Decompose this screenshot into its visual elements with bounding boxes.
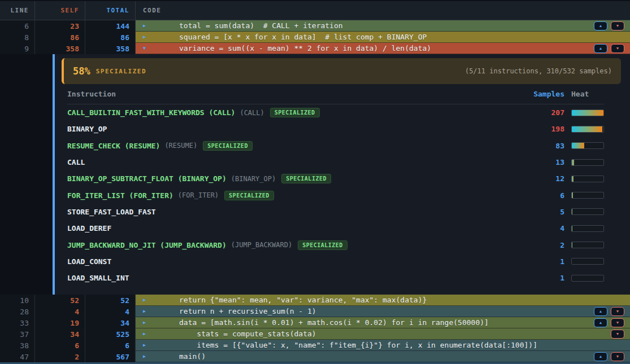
source-code: items = [{"value": x, "name": f"item_{i}… bbox=[179, 341, 537, 349]
heat-bar bbox=[571, 242, 604, 248]
up-arrow-icon: ▲ bbox=[599, 321, 603, 324]
jump-to-callee-button[interactable]: ▼ bbox=[611, 307, 624, 316]
jump-to-caller-button[interactable]: ▲ bbox=[594, 318, 607, 327]
specialized-badge: SPECIALIZED bbox=[298, 240, 347, 250]
jump-to-callee-button[interactable]: ▼ bbox=[611, 318, 624, 327]
self-samples: 4 bbox=[35, 306, 85, 317]
instruction-name-cell: LOAD_SMALL_INT bbox=[67, 274, 497, 282]
code-cell[interactable]: ▶ return n + recursive_sum(n - 1) ▲ ▼ bbox=[136, 306, 630, 317]
source-code: variance = sum((x - mean) ** 2 for x in … bbox=[179, 44, 431, 52]
expand-toggle-icon[interactable]: ▶ bbox=[143, 321, 149, 325]
up-arrow-icon: ▲ bbox=[599, 46, 603, 50]
col-header-instruction[interactable]: Instruction bbox=[67, 90, 497, 98]
jump-to-callee-button[interactable]: ▼ bbox=[611, 21, 624, 30]
instruction-name: JUMP_BACKWARD_NO_JIT (JUMP_BACKWARD) bbox=[67, 241, 227, 249]
heat-bar-fill bbox=[572, 126, 602, 132]
line-number: 37 bbox=[0, 328, 35, 340]
instruction-name-cell: FOR_ITER_LIST (FOR_ITER) (FOR_ITER) SPEC… bbox=[67, 191, 497, 200]
line-number: 47 bbox=[0, 351, 35, 362]
samples-value: 207 bbox=[497, 108, 564, 117]
jump-to-caller-button[interactable]: ▲ bbox=[594, 352, 607, 361]
instruction-name-cell: JUMP_BACKWARD_NO_JIT (JUMP_BACKWARD) (JU… bbox=[67, 240, 497, 250]
total-samples: 34 bbox=[85, 317, 136, 328]
top-code-rows: 6 23 144 ▶ total = sum(data) # CALL + it… bbox=[0, 20, 630, 54]
jump-to-callee-button[interactable]: ▼ bbox=[611, 352, 624, 361]
instruction-table-header: Instruction Samples Heat bbox=[67, 84, 604, 104]
heat-bar bbox=[571, 258, 604, 265]
code-cell[interactable]: ▶ items = [{"value": x, "name": f"item_{… bbox=[136, 340, 630, 351]
profile-row-line-5: 47 2 567 ▶ main() ▲ ▼ bbox=[0, 351, 630, 362]
col-header-line[interactable]: LINE bbox=[0, 1, 35, 20]
code-cell[interactable]: ▶ stats = compute_stats(data) ▼ bbox=[136, 328, 630, 340]
expand-toggle-icon[interactable]: ▶ bbox=[143, 24, 149, 28]
down-arrow-icon: ▼ bbox=[616, 24, 620, 28]
profile-row-line-3: 37 34 525 ▶ stats = compute_stats(data) … bbox=[0, 328, 630, 340]
expand-toggle-icon[interactable]: ▶ bbox=[143, 35, 149, 40]
line-number: 38 bbox=[0, 340, 35, 351]
total-samples: 567 bbox=[85, 351, 136, 362]
col-header-heat[interactable]: Heat bbox=[571, 90, 604, 98]
expand-toggle-icon[interactable]: ▶ bbox=[143, 354, 149, 359]
profile-row-line-1: 8 86 86 ▶ squared = [x * x for x in data… bbox=[0, 32, 630, 43]
expand-toggle-icon[interactable]: ▶ bbox=[143, 298, 149, 302]
source-code: stats = compute_stats(data) bbox=[179, 330, 316, 338]
down-arrow-icon: ▼ bbox=[616, 321, 620, 324]
col-header-total[interactable]: TOTAL bbox=[85, 1, 136, 20]
expand-toggle-icon[interactable]: ▼ bbox=[143, 46, 149, 51]
profile-row-line-0: 6 23 144 ▶ total = sum(data) # CALL + it… bbox=[0, 20, 630, 32]
jump-to-caller-button[interactable]: ▲ bbox=[594, 44, 607, 53]
down-arrow-icon: ▼ bbox=[616, 332, 620, 336]
instruction-row: JUMP_BACKWARD_NO_JIT (JUMP_BACKWARD) (JU… bbox=[67, 236, 604, 253]
down-arrow-icon: ▼ bbox=[616, 309, 620, 313]
total-samples: 144 bbox=[85, 20, 136, 32]
line-number: 10 bbox=[0, 295, 35, 306]
panel-body: 58% SPECIALIZED (5/11 instructions, 310/… bbox=[55, 54, 630, 295]
specialized-badge: SPECIALIZED bbox=[270, 108, 320, 117]
col-header-code: CODE bbox=[136, 1, 630, 20]
jump-to-callee-button[interactable]: ▼ bbox=[611, 44, 624, 53]
code-cell[interactable]: ▶ squared = [x * x for x in data] # list… bbox=[136, 32, 630, 43]
profiler-view: LINE SELF TOTAL CODE 6 23 144 ▶ total = … bbox=[0, 0, 630, 364]
samples-value: 13 bbox=[497, 158, 564, 166]
jump-to-caller-button[interactable]: ▲ bbox=[594, 307, 607, 316]
self-samples: 52 bbox=[35, 295, 85, 306]
instruction-row: CALL 13 bbox=[67, 154, 604, 170]
code-cell[interactable]: ▼ variance = sum((x - mean) ** 2 for x i… bbox=[136, 43, 630, 54]
profile-row-line-1: 28 4 4 ▶ return n + recursive_sum(n - 1)… bbox=[0, 306, 630, 317]
instruction-base-name: (CALL) bbox=[240, 109, 264, 117]
self-samples: 23 bbox=[35, 20, 85, 32]
source-code: squared = [x * x for x in data] # list c… bbox=[179, 33, 427, 41]
samples-value: 198 bbox=[497, 125, 564, 133]
instruction-name: RESUME_CHECK (RESUME) bbox=[67, 142, 160, 150]
heat-bar-fill bbox=[572, 176, 573, 182]
instruction-row: LOAD_SMALL_INT 1 bbox=[67, 270, 604, 286]
code-cell[interactable]: ▶ total = sum(data) # CALL + iteration ▲… bbox=[136, 20, 630, 32]
instruction-name: LOAD_SMALL_INT bbox=[67, 274, 129, 282]
expand-toggle-icon[interactable]: ▶ bbox=[143, 332, 149, 336]
jump-to-callee-button[interactable]: ▼ bbox=[611, 330, 624, 339]
code-cell[interactable]: ▶ data = [math.sin(i * 0.01) + math.cos(… bbox=[136, 317, 630, 328]
instruction-name-cell: LOAD_DEREF bbox=[67, 224, 497, 233]
code-cell[interactable]: ▶ main() ▲ ▼ bbox=[136, 351, 630, 362]
heat-bar-fill bbox=[572, 143, 584, 148]
instruction-row: RESUME_CHECK (RESUME) (RESUME) SPECIALIZ… bbox=[67, 138, 604, 154]
instruction-name-cell: BINARY_OP bbox=[67, 125, 497, 133]
instruction-name: STORE_FAST_LOAD_FAST bbox=[67, 208, 156, 216]
heat-bar bbox=[571, 176, 604, 182]
code-cell[interactable]: ▶ return {"mean": mean, "var": variance,… bbox=[136, 295, 630, 306]
jump-to-caller-button[interactable]: ▲ bbox=[594, 21, 607, 30]
line-detail-panel: 58% SPECIALIZED (5/11 instructions, 310/… bbox=[0, 54, 630, 295]
col-header-samples[interactable]: Samples bbox=[497, 90, 564, 98]
instruction-name: LOAD_DEREF bbox=[67, 224, 111, 233]
source-code: main() bbox=[179, 352, 206, 361]
expand-toggle-icon[interactable]: ▶ bbox=[143, 343, 149, 348]
heat-bar-fill bbox=[572, 160, 574, 165]
col-header-self[interactable]: SELF bbox=[35, 1, 85, 20]
heat-bar-fill bbox=[572, 110, 603, 116]
heat-bar-fill bbox=[572, 192, 573, 198]
line-number: 28 bbox=[0, 306, 35, 317]
profile-row-line-0: 10 52 52 ▶ return {"mean": mean, "var": … bbox=[0, 295, 630, 306]
source-code: data = [math.sin(i * 0.01) + math.cos(i … bbox=[179, 318, 489, 327]
up-arrow-icon: ▲ bbox=[599, 24, 603, 28]
expand-toggle-icon[interactable]: ▶ bbox=[143, 309, 149, 314]
